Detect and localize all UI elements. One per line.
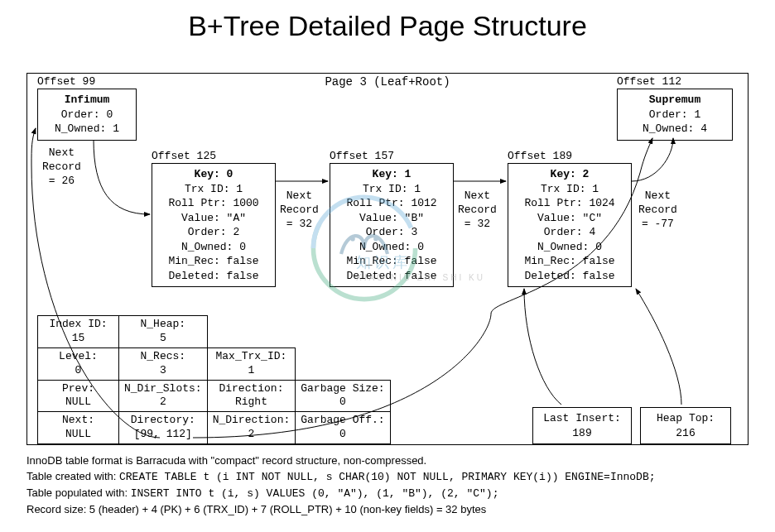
table-row: Level: 0 N_Recs: 3 Max_Trx_ID: 1 <box>38 347 391 380</box>
rec1-order: Order: 3 <box>337 225 446 240</box>
rec0-key: Key: 0 <box>159 167 268 182</box>
infimum-record: Infimum Order: 0 N_Owned: 1 <box>37 89 137 141</box>
footer-line-3: Table populated with: INSERT INTO t (i, … <box>26 486 656 502</box>
rec2: Key: 2 Trx ID: 1 Roll Ptr: 1024 Value: "… <box>508 163 632 287</box>
footer-notes: InnoDB table format is Barracuda with "c… <box>26 453 656 517</box>
supremum-record: Supremum Order: 1 N_Owned: 4 <box>617 89 733 141</box>
page-label: Page 3 (Leaf+Root) <box>325 75 450 89</box>
cell-direction: Direction: Right <box>207 380 296 412</box>
rec2-next-label: Next Record = -77 <box>638 189 677 232</box>
footer-line-4: Record size: 5 (header) + 4 (PK) + 6 (TR… <box>26 502 656 518</box>
cell-ndirection: N_Direction: 2 <box>207 412 296 444</box>
infimum-nowned: N_Owned: 1 <box>45 122 129 137</box>
rec2-deleted: Deleted: false <box>515 269 624 284</box>
cell-level: Level: 0 <box>38 347 119 380</box>
cell-next: Next: NULL <box>38 412 119 444</box>
rec2-roll: Roll Ptr: 1024 <box>515 196 624 211</box>
table-row: Index ID: 15 N_Heap: 5 <box>38 316 391 348</box>
infimum-next-label: Next Record = 26 <box>42 146 81 189</box>
page-frame: Page 3 (Leaf+Root) Offset 99 Infimum Ord… <box>26 73 749 445</box>
rec1-key: Key: 1 <box>337 167 446 182</box>
rec2-order: Order: 4 <box>515 225 624 240</box>
rec1-next-label: Next Record = 32 <box>458 189 497 232</box>
footer-line-2: Table created with: CREATE TABLE t (i IN… <box>26 469 656 486</box>
rec2-offset: Offset 189 <box>508 150 572 162</box>
rec1-nowned: N_Owned: 0 <box>337 240 446 255</box>
rec0-minrec: Min_Rec: false <box>159 254 268 269</box>
supremum-offset: Offset 112 <box>617 75 681 88</box>
infimum-offset: Offset 99 <box>37 75 95 88</box>
rec0-nowned: N_Owned: 0 <box>159 240 268 255</box>
rec1-trx: Trx ID: 1 <box>337 182 446 197</box>
last-insert-box: Last Insert: 189 <box>532 407 632 444</box>
rec0-roll: Roll Ptr: 1000 <box>159 196 268 211</box>
cell-goff: Garbage Off.: 0 <box>296 412 390 444</box>
rec1-minrec: Min_Rec: false <box>337 254 446 269</box>
heap-top-box: Heap Top: 216 <box>640 407 731 444</box>
cell-directory: Directory: [99, 112] <box>119 412 208 444</box>
cell-prev: Prev: NULL <box>38 380 119 412</box>
cell-maxtrx: Max_Trx_ID: 1 <box>207 347 296 380</box>
table-row: Next: NULL Directory: [99, 112] N_Direct… <box>38 412 391 444</box>
infimum-order: Order: 0 <box>45 108 129 122</box>
rec0-offset: Offset 125 <box>152 150 216 162</box>
table-row: Prev: NULL N_Dir_Slots: 2 Direction: Rig… <box>38 380 391 412</box>
rec1-value: Value: "B" <box>337 211 446 226</box>
rec1: Key: 1 Trx ID: 1 Roll Ptr: 1012 Value: "… <box>330 163 454 287</box>
rec0-value: Value: "A" <box>159 211 268 226</box>
rec0: Key: 0 Trx ID: 1 Roll Ptr: 1000 Value: "… <box>152 163 276 287</box>
rec1-deleted: Deleted: false <box>337 269 446 284</box>
rec2-trx: Trx ID: 1 <box>515 182 624 197</box>
supremum-nowned: N_Owned: 4 <box>624 122 725 137</box>
rec0-order: Order: 2 <box>159 225 268 240</box>
page-title: B+Tree Detailed Page Structure <box>0 0 775 42</box>
rec0-next-label: Next Record = 32 <box>280 189 319 232</box>
rec2-value: Value: "C" <box>515 211 624 226</box>
cell-nrecs: N_Recs: 3 <box>119 347 208 380</box>
rec0-deleted: Deleted: false <box>159 269 268 284</box>
cell-nheap: N_Heap: 5 <box>119 316 208 348</box>
supremum-order: Order: 1 <box>624 108 725 122</box>
cell-index-id: Index ID: 15 <box>38 316 119 348</box>
rec2-key: Key: 2 <box>515 167 624 182</box>
rec1-offset: Offset 157 <box>330 150 394 162</box>
rec0-trx: Trx ID: 1 <box>159 182 268 197</box>
cell-gsize: Garbage Size: 0 <box>296 380 390 412</box>
footer-line-1: InnoDB table format is Barracuda with "c… <box>26 453 656 469</box>
infimum-name: Infimum <box>45 93 129 108</box>
cell-ndirslots: N_Dir_Slots: 2 <box>119 380 208 412</box>
stats-table: Index ID: 15 N_Heap: 5 Level: 0 N_Recs: … <box>37 315 391 444</box>
rec2-nowned: N_Owned: 0 <box>515 240 624 255</box>
rec2-minrec: Min_Rec: false <box>515 254 624 269</box>
supremum-name: Supremum <box>624 93 725 108</box>
rec1-roll: Roll Ptr: 1012 <box>337 196 446 211</box>
